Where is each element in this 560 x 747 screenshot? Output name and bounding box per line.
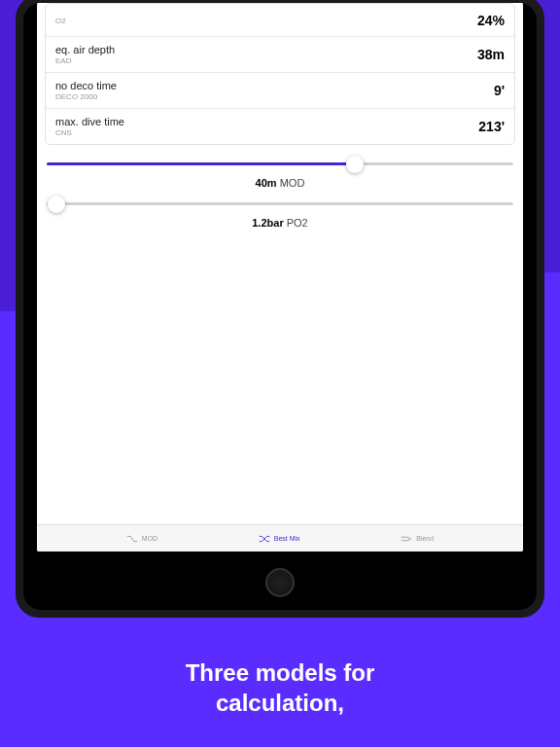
row-sublabel: O2 [55, 17, 66, 25]
row-sublabel: EAD [55, 56, 115, 65]
depth-slider[interactable] [47, 162, 513, 165]
row-value: 24% [477, 13, 505, 28]
depth-slider-section: 40m MOD [45, 162, 515, 189]
po2-slider[interactable] [47, 202, 513, 205]
tablet-device-frame: O2 24% eq. air depth EAD 38m [16, 0, 544, 618]
row-sublabel: DECO 2000 [55, 92, 117, 101]
tab-best-mix[interactable]: Best Mix [259, 534, 300, 544]
result-row-cns: max. dive time CNS 213' [46, 109, 514, 144]
row-value: 38m [477, 47, 505, 62]
result-row-ead: eq. air depth EAD 38m [46, 37, 514, 73]
app-screen: O2 24% eq. air depth EAD 38m [37, 3, 523, 551]
results-card: O2 24% eq. air depth EAD 38m [45, 3, 515, 145]
marketing-caption: Three models for calculation, [0, 658, 560, 718]
po2-slider-label: 1.2bar PO2 [45, 217, 515, 229]
tab-mod[interactable]: MOD [126, 534, 158, 544]
promo-background: O2 24% eq. air depth EAD 38m [0, 0, 560, 747]
tab-label: Best Mix [274, 535, 300, 542]
result-row-o2: O2 24% [46, 4, 514, 37]
shuffle-icon [259, 534, 270, 544]
depth-slider-thumb[interactable] [346, 156, 364, 173]
po2-slider-section: 1.2bar PO2 [45, 202, 515, 229]
mod-icon [126, 534, 138, 544]
row-label: max. dive time [55, 116, 124, 127]
tab-label: MOD [142, 535, 158, 542]
row-label: no deco time [55, 80, 117, 91]
bottom-tab-bar: MOD Best Mix Blend [37, 524, 523, 551]
row-label: eq. air depth [55, 44, 115, 55]
row-value: 9' [494, 83, 505, 98]
tab-blend[interactable]: Blend [401, 534, 434, 544]
tab-label: Blend [416, 535, 434, 542]
home-button[interactable] [265, 568, 295, 597]
blend-icon [401, 534, 412, 544]
po2-slider-thumb[interactable] [48, 196, 65, 213]
main-content: O2 24% eq. air depth EAD 38m [37, 3, 523, 524]
row-value: 213' [478, 119, 505, 134]
row-sublabel: CNS [55, 128, 124, 137]
result-row-deco: no deco time DECO 2000 9' [46, 73, 514, 109]
depth-slider-label: 40m MOD [45, 177, 515, 189]
